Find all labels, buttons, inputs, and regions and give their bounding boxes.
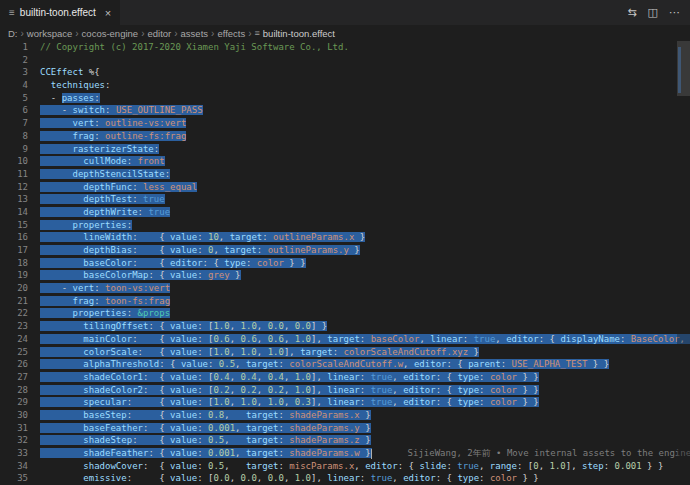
- breadcrumb-item[interactable]: D:: [8, 28, 18, 39]
- selection-highlight: properties: &props: [40, 308, 170, 318]
- line-number: 7: [0, 117, 28, 130]
- code-line: 34 shadowCover: { value: 0.5, target: mi…: [0, 460, 690, 473]
- breadcrumb-item[interactable]: cocos-engine: [82, 28, 139, 39]
- breadcrumb-item[interactable]: editor: [147, 28, 171, 39]
- line-number: 5: [0, 92, 28, 105]
- code-line: 33 shadeFeather: { value: 0.001, target:…: [0, 447, 690, 460]
- chevron-right-icon: ›: [141, 28, 144, 39]
- selection-highlight: depthWrite: true: [40, 207, 170, 217]
- code-line: 20 - vert: toon-vs:vert: [0, 282, 690, 295]
- split-editor-icon[interactable]: ◫: [648, 6, 658, 19]
- line-number: 10: [0, 155, 28, 168]
- code-line: 29 specular: { value: [1.0, 1.0, 1.0, 0.…: [0, 396, 690, 409]
- line-number: 18: [0, 257, 28, 270]
- line-number: 12: [0, 181, 28, 194]
- code-text: lineWidth: { value: 10, target: outlineP…: [40, 231, 365, 244]
- code-text: - passes:: [40, 92, 100, 105]
- code-text: rasterizerState:: [40, 143, 159, 156]
- code-line: 31 baseFeather: { value: 0.001, target: …: [0, 422, 690, 435]
- line-number: 1: [0, 41, 28, 54]
- line-number: 4: [0, 79, 28, 92]
- line-number: 25: [0, 346, 28, 359]
- code-line: 11 depthStencilState:: [0, 168, 690, 181]
- code-text: shadeColor2: { value: [0.2, 0.2, 0.2, 1.…: [40, 384, 539, 397]
- text-cursor: [371, 449, 372, 459]
- code-text: alphaThreshold: { value: 0.5, target: co…: [40, 358, 609, 371]
- code-text: // Copyright (c) 2017-2020 Xiamen Yaji S…: [40, 41, 349, 54]
- code-line: 7 vert: outline-vs:vert: [0, 117, 690, 130]
- line-number: 6: [0, 104, 28, 117]
- selection-highlight: shadeColor2: { value: [0.2, 0.2, 0.2, 1.…: [40, 385, 539, 395]
- code-text: tilingOffset: { value: [1.0, 1.0, 0.0, 0…: [40, 320, 327, 333]
- code-line: 26 alphaThreshold: { value: 0.5, target:…: [0, 358, 690, 371]
- selection-highlight: depthStencilState:: [40, 169, 170, 179]
- breadcrumb-item[interactable]: builtin-toon.effect: [263, 28, 335, 39]
- selection-highlight: passes:: [62, 93, 100, 103]
- open-changes-icon[interactable]: ⇆: [627, 6, 636, 19]
- selection-highlight: baseStep: { value: 0.8, target: shadePar…: [40, 410, 371, 420]
- selection-highlight: - vert: toon-vs:vert: [40, 283, 170, 293]
- code-editor[interactable]: 1// Copyright (c) 2017-2020 Xiamen Yaji …: [0, 41, 690, 485]
- file-icon: ≡: [9, 7, 15, 18]
- close-tab-icon[interactable]: ×: [105, 7, 111, 19]
- code-line: 28 shadeColor2: { value: [0.2, 0.2, 0.2,…: [0, 384, 690, 397]
- git-blame-annotation: SijieWang, 2年前 • Move internal assets to…: [408, 448, 690, 458]
- code-line: 18 baseColor: { editor: { type: color } …: [0, 257, 690, 270]
- code-line: 35 emissive: { value: [0.0, 0.0, 0.0, 1.…: [0, 472, 690, 485]
- vertical-scrollbar[interactable]: [677, 41, 690, 485]
- line-number: 2: [0, 54, 28, 67]
- code-line: 13 depthTest: true: [0, 193, 690, 206]
- code-line: 25 colorScale: { value: [1.0, 1.0, 1.0],…: [0, 346, 690, 359]
- line-number: 24: [0, 333, 28, 346]
- code-text: properties: &props: [40, 307, 170, 320]
- code-line: 1// Copyright (c) 2017-2020 Xiamen Yaji …: [0, 41, 690, 54]
- breadcrumb: D:›workspace›cocos-engine›editor›assets›…: [0, 25, 690, 41]
- line-number: 23: [0, 320, 28, 333]
- tab-builtin-toon-effect[interactable]: ≡ builtin-toon.effect ×: [0, 0, 120, 25]
- line-number: 3: [0, 66, 28, 79]
- line-number: 30: [0, 409, 28, 422]
- code-line: 3CCEffect %{: [0, 66, 690, 79]
- line-number: 9: [0, 143, 28, 156]
- code-line: 14 depthWrite: true: [0, 206, 690, 219]
- code-line: 12 depthFunc: less_equal: [0, 181, 690, 194]
- code-line: 27 shadeColor1: { value: [0.4, 0.4, 0.4,…: [0, 371, 690, 384]
- code-line: 21 frag: toon-fs:frag: [0, 295, 690, 308]
- code-text: depthStencilState:: [40, 168, 170, 181]
- code-line: 6 - switch: USE_OUTLINE_PASS: [0, 104, 690, 117]
- breadcrumb-item[interactable]: workspace: [27, 28, 72, 39]
- code-text: shadowCover: { value: 0.5, target: miscP…: [40, 460, 663, 473]
- breadcrumb-item[interactable]: assets: [181, 28, 208, 39]
- line-number: 15: [0, 219, 28, 232]
- code-line: 9 rasterizerState:: [0, 143, 690, 156]
- selection-highlight: vert: outline-vs:vert: [40, 118, 186, 128]
- selection-highlight: baseColorMap: { value: grey }: [40, 270, 241, 280]
- breadcrumb-item[interactable]: effects: [217, 28, 245, 39]
- code-text: shadeFeather: { value: 0.001, target: sh…: [40, 447, 690, 460]
- selection-highlight: rasterizerState:: [40, 144, 159, 154]
- code-text: depthWrite: true: [40, 206, 170, 219]
- scrollbar-thumb[interactable]: [677, 41, 690, 96]
- code-text: shadeColor1: { value: [0.4, 0.4, 0.4, 1.…: [40, 371, 539, 384]
- code-text: properties:: [40, 219, 132, 232]
- code-text: - vert: toon-vs:vert: [40, 282, 170, 295]
- chevron-right-icon: ›: [248, 28, 251, 39]
- selection-highlight: specular: { value: [1.0, 1.0, 1.0, 0.3],…: [40, 397, 539, 407]
- code-lines: 1// Copyright (c) 2017-2020 Xiamen Yaji …: [0, 41, 690, 485]
- line-number: 11: [0, 168, 28, 181]
- chevron-right-icon: ›: [21, 28, 24, 39]
- code-text: baseColorMap: { value: grey }: [40, 269, 241, 282]
- selection-highlight: depthBias: { value: 0, target: outlinePa…: [40, 245, 360, 255]
- selection-highlight: frag: outline-fs:frag: [40, 131, 186, 141]
- code-text: depthTest: true: [40, 193, 165, 206]
- code-text: techniques:: [40, 79, 110, 92]
- code-text: baseFeather: { value: 0.001, target: sha…: [40, 422, 371, 435]
- code-line: 15 properties:: [0, 219, 690, 232]
- file-icon: ≡: [255, 28, 260, 38]
- code-text: frag: outline-fs:frag: [40, 130, 186, 143]
- code-text: specular: { value: [1.0, 1.0, 1.0, 0.3],…: [40, 396, 539, 409]
- code-line: 5 - passes:: [0, 92, 690, 105]
- more-actions-icon[interactable]: ⋯: [669, 6, 680, 19]
- line-number: 14: [0, 206, 28, 219]
- line-number: 13: [0, 193, 28, 206]
